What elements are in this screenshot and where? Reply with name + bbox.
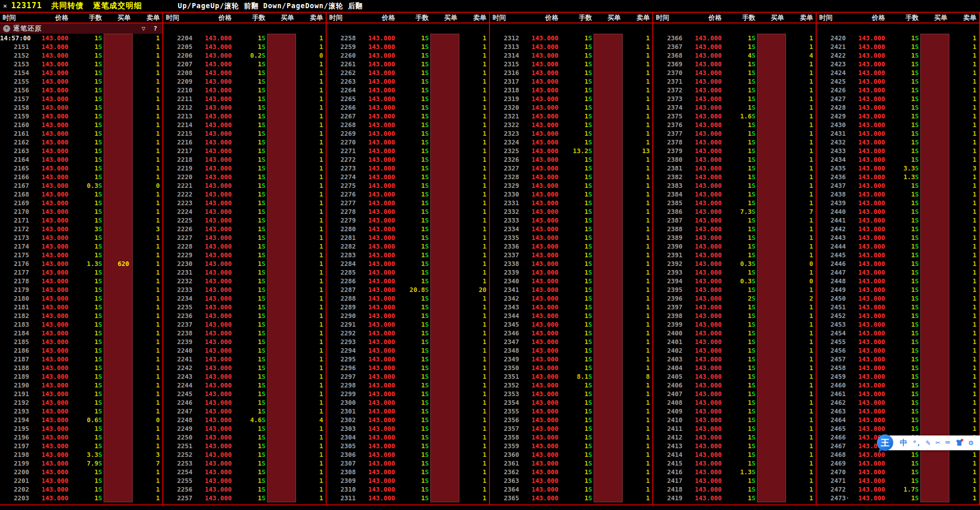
tick-row[interactable]: 2396143.0002S2: [653, 294, 816, 303]
tick-row[interactable]: 2370143.0001S1: [653, 68, 816, 77]
tick-row[interactable]: 2364143.0001S1: [490, 485, 652, 494]
tick-row[interactable]: 2432143.0001S1: [817, 138, 979, 147]
tick-row[interactable]: 2183143.0001S1: [0, 320, 162, 329]
tick-row[interactable]: 2218143.0001S1: [163, 155, 326, 164]
tick-row[interactable]: 2225143.0001S1: [163, 216, 326, 225]
tick-row[interactable]: 2328143.0001S1: [490, 173, 652, 181]
tick-row[interactable]: 2165143.0001S1: [0, 164, 162, 173]
tick-row[interactable]: 2397143.0001S1: [653, 303, 816, 311]
tick-row[interactable]: 2267143.0001S1: [327, 112, 489, 120]
tick-row[interactable]: 2281143.0001S1: [327, 233, 489, 242]
tick-row[interactable]: 2358143.0001S1: [490, 433, 652, 442]
tick-row[interactable]: 2173143.0001S1: [0, 233, 162, 242]
collapse-circle-icon[interactable]: ▾: [3, 25, 10, 32]
tick-row[interactable]: 2296143.0001S1: [327, 363, 489, 372]
tick-row[interactable]: 2439143.0001S1: [817, 199, 979, 207]
tick-row[interactable]: 2390143.0001S1: [653, 242, 816, 251]
tick-row[interactable]: 2252143.0001S1: [163, 450, 326, 459]
tick-row[interactable]: 2334143.0001S1: [490, 225, 652, 233]
tick-row[interactable]: 2313143.0001S1: [490, 42, 652, 51]
tick-row[interactable]: 2253143.0001S1: [163, 459, 326, 468]
tick-row[interactable]: 2353143.0001S1: [490, 390, 652, 398]
tick-row[interactable]: 2227143.0001S1: [163, 233, 326, 242]
tick-row[interactable]: 2447143.0001S1: [817, 268, 979, 277]
tick-row[interactable]: 2268143.0001S1: [327, 120, 489, 129]
tick-row[interactable]: 2223143.0001S1: [163, 199, 326, 207]
tick-row[interactable]: 2462143.0001S1: [817, 398, 979, 407]
tick-row[interactable]: 2156143.0001S1: [0, 86, 162, 94]
tick-row[interactable]: 2180143.0001S1: [0, 294, 162, 303]
help-icon[interactable]: ?: [154, 25, 157, 32]
tick-row[interactable]: 2235143.0001S1: [163, 303, 326, 311]
tick-row[interactable]: 2305143.0001S1: [327, 442, 489, 450]
tick-row[interactable]: 2349143.0001S1: [490, 355, 652, 363]
tick-row[interactable]: 2191143.0001S1: [0, 390, 162, 398]
tick-row[interactable]: 2413143.0001S1: [653, 442, 816, 450]
tick-row[interactable]: 2323143.0001S1: [490, 129, 652, 138]
tick-row[interactable]: 2421143.0001S1: [817, 42, 979, 51]
tick-row[interactable]: 2414143.0001S1: [653, 450, 816, 459]
tick-row[interactable]: 2153143.0001S1: [0, 60, 162, 68]
chinese-mode-icon[interactable]: 中: [900, 435, 908, 450]
tick-row[interactable]: 2274143.0001S1: [327, 173, 489, 181]
tick-row[interactable]: 2162143.0001S1: [0, 138, 162, 147]
tick-row[interactable]: 2440143.0001S1: [817, 207, 979, 216]
tick-row[interactable]: 2444143.0001S1: [817, 242, 979, 251]
tick-row[interactable]: 2369143.0001S1: [653, 60, 816, 68]
tick-row[interactable]: 2366143.0001S1: [653, 34, 816, 42]
tick-row[interactable]: 2340143.0001S1: [490, 277, 652, 285]
tick-row[interactable]: 2232143.0001S1: [163, 277, 326, 285]
tick-row[interactable]: 2385143.0001S1: [653, 199, 816, 207]
tick-row[interactable]: 2319143.0001S1: [490, 94, 652, 103]
tick-row[interactable]: 2325143.00013.2S13: [490, 147, 652, 155]
tick-row[interactable]: 2321143.0001S1: [490, 112, 652, 120]
tick-row[interactable]: 2453143.0001S1: [817, 320, 979, 329]
tick-row[interactable]: 2382143.0001S1: [653, 173, 816, 181]
tick-row[interactable]: 2215143.0001S1: [163, 129, 326, 138]
tick-row[interactable]: 2233143.0001S1: [163, 285, 326, 294]
tick-row[interactable]: 2221143.0001S1: [163, 181, 326, 190]
tick-row[interactable]: 2375143.0001.6S1: [653, 112, 816, 120]
tick-row[interactable]: 2409143.0001S1: [653, 407, 816, 416]
tick-row[interactable]: 2457143.0001S1: [817, 355, 979, 363]
tick-row[interactable]: 2244143.0001S1: [163, 381, 326, 390]
tick-row[interactable]: 2458143.0001S1: [817, 363, 979, 372]
tick-row[interactable]: 2460143.0001S1: [817, 381, 979, 390]
tick-row[interactable]: 2206143.0000.2S0: [163, 51, 326, 60]
tick-row[interactable]: 2315143.0001S1: [490, 60, 652, 68]
tick-row[interactable]: 2220143.0001S1: [163, 173, 326, 181]
tick-row[interactable]: 2398143.0001S1: [653, 311, 816, 320]
tick-row[interactable]: 2285143.0001S1: [327, 268, 489, 277]
tick-row[interactable]: 2243143.0001S1: [163, 372, 326, 381]
tick-row[interactable]: 2363143.0001S1: [490, 476, 652, 485]
tick-row[interactable]: 2436143.0001.3S1: [817, 173, 979, 181]
tick-row[interactable]: 2187143.0001S1: [0, 355, 162, 363]
tick-row[interactable]: 2330143.0001S1: [490, 190, 652, 199]
tick-row[interactable]: 2262143.0001S1: [327, 68, 489, 77]
tick-row[interactable]: 2192143.0001S1: [0, 398, 162, 407]
tick-row[interactable]: 2151143.0001S1: [0, 42, 162, 51]
tick-row[interactable]: 2425143.0001S1: [817, 77, 979, 86]
tick-row[interactable]: 2441143.0001S1: [817, 216, 979, 225]
tick-row[interactable]: 2307143.0001S1: [327, 459, 489, 468]
tick-row[interactable]: 2259143.0001S1: [327, 42, 489, 51]
tick-row[interactable]: 2395143.0001S1: [653, 285, 816, 294]
tick-row[interactable]: 2170143.0001S1: [0, 207, 162, 216]
tick-row[interactable]: 2295143.0001S1: [327, 355, 489, 363]
tick-row[interactable]: 2332143.0001S1: [490, 207, 652, 216]
tick-row[interactable]: 2228143.0001S1: [163, 242, 326, 251]
tick-row[interactable]: 2193143.0001S1: [0, 407, 162, 416]
tick-row[interactable]: 2368143.0004S4: [653, 51, 816, 60]
tick-row[interactable]: 2280143.0001S1: [327, 225, 489, 233]
tick-row[interactable]: 2386143.0007.3S7: [653, 207, 816, 216]
tick-row[interactable]: 2213143.0001S1: [163, 112, 326, 120]
tick-row[interactable]: 2410143.0001S1: [653, 416, 816, 424]
tick-row[interactable]: 2429143.0001S1: [817, 112, 979, 120]
tick-row[interactable]: 2318143.0001S1: [490, 86, 652, 94]
tick-row[interactable]: 2354143.0001S1: [490, 398, 652, 407]
tick-row[interactable]: 2303143.0001S1: [327, 424, 489, 433]
tick-row[interactable]: 2365143.0001S1: [490, 494, 652, 502]
tick-row[interactable]: 2388143.0001S1: [653, 225, 816, 233]
tick-row[interactable]: 2472143.0001.7S1: [817, 485, 979, 494]
tick-row[interactable]: 2373143.0001S1: [653, 94, 816, 103]
